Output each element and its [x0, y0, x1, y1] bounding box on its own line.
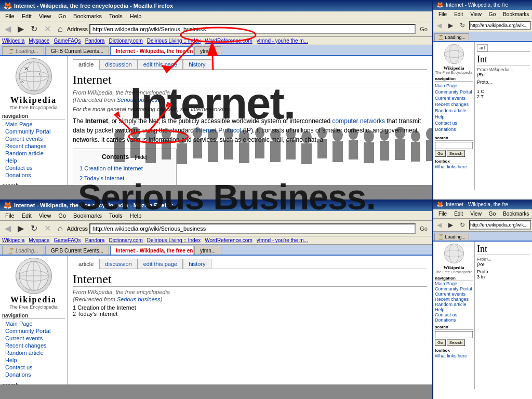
url-input[interactable] [89, 24, 416, 34]
tab2-article[interactable]: article [73, 259, 99, 269]
bookmark-myspace[interactable]: Myspace [29, 38, 49, 44]
rnav2-contact[interactable]: Contact us [435, 312, 473, 317]
menu-tools[interactable]: Tools [106, 12, 126, 20]
rmenu2-file[interactable]: File [435, 210, 450, 217]
menu2-file[interactable]: File [2, 212, 18, 219]
rnav-current[interactable]: Current events [435, 95, 473, 101]
tab-loading[interactable]: ⏳ Loading... [2, 46, 44, 55]
rtoolbox-links[interactable]: What links here [435, 164, 473, 169]
menu-bookmarks[interactable]: Bookmarks [70, 12, 105, 20]
rmenu2-go[interactable]: Go [486, 210, 499, 217]
rmenu2-edit[interactable]: Edit [451, 210, 466, 217]
stop-button[interactable]: ✕ [42, 22, 54, 35]
tab-ytmnd[interactable]: ytmn... [194, 46, 221, 55]
nav2-current[interactable]: Current events [2, 335, 65, 342]
url-input-2[interactable] [89, 223, 416, 234]
nav-random-article[interactable]: Random article [2, 150, 65, 157]
bookmark-wikipedia[interactable]: Wikipedia [2, 38, 24, 44]
tab2-loading[interactable]: ⏳ Loading... [2, 246, 44, 255]
nav2-contact[interactable]: Contact us [2, 364, 65, 371]
rgo-btn-2[interactable]: Go [435, 339, 446, 346]
forward-button[interactable]: ▶ [15, 22, 26, 35]
nav-community-portal[interactable]: Community Portal [2, 128, 65, 135]
refresh-button[interactable]: ↻ [28, 22, 40, 35]
bm2-myspace[interactable]: Myspace [29, 237, 49, 243]
tab2-edit[interactable]: edit this page [138, 259, 183, 269]
bookmark-ytmnd[interactable]: ytmnd - you're the m... [257, 38, 308, 44]
nav-donations[interactable]: Donations [2, 171, 65, 179]
rtoolbox-links-2[interactable]: What links here [435, 353, 473, 358]
rfwd-2[interactable]: ▶ [446, 220, 456, 230]
bm2-ytmnd[interactable]: ytmnd - you're the m... [257, 237, 308, 243]
rnav2-main[interactable]: Main Page [435, 281, 473, 286]
tab2-history[interactable]: history [183, 259, 211, 269]
tab-edit[interactable]: edit this page [138, 59, 183, 69]
menu2-help[interactable]: Help [127, 212, 145, 219]
rtab2-loading[interactable]: ⏳ Loading... [434, 233, 469, 241]
bookmark-gamefaqs[interactable]: GameFAQs [54, 38, 81, 44]
menu2-go[interactable]: Go [55, 212, 69, 219]
tab2-ytmnd[interactable]: ytmn... [194, 246, 221, 255]
rsearch-btn[interactable]: Search [447, 150, 465, 157]
rfwd[interactable]: ▶ [446, 20, 456, 31]
rnav-help[interactable]: Help [435, 114, 473, 120]
menu2-view[interactable]: View [36, 212, 55, 219]
bookmark-pandora[interactable]: Pandora [85, 38, 105, 44]
tab2-gfb[interactable]: GF:B Current Events... [45, 246, 109, 255]
rnav-contact[interactable]: Contact us [435, 120, 473, 126]
bookmark-wordref[interactable]: WordReference.com [205, 38, 252, 44]
bookmark-delirious[interactable]: Delirious Living :: Index [147, 38, 201, 44]
nav-main-page[interactable]: Main Page [2, 121, 65, 128]
rurl[interactable] [469, 21, 531, 30]
bookmark-dictionary[interactable]: Dictionary.com [109, 38, 142, 44]
nav-current-events[interactable]: Current events [2, 135, 65, 142]
nav-recent-changes[interactable]: Recent changes [2, 142, 65, 150]
tab-discussion[interactable]: discussion [99, 59, 137, 69]
menu2-edit[interactable]: Edit [19, 212, 35, 219]
rnav2-current[interactable]: Current events [435, 291, 473, 297]
toc-item-2[interactable]: 2 Today's Internet [79, 174, 170, 183]
rmenu-view[interactable]: View [467, 11, 485, 18]
rgo-btn[interactable]: Go [435, 150, 446, 157]
rnav2-recent[interactable]: Recent changes [435, 297, 473, 302]
redirect-link-2[interactable]: Serious business [117, 296, 161, 302]
rmenu-edit[interactable]: Edit [451, 11, 466, 18]
rnav-random[interactable]: Random article [435, 108, 473, 114]
rnav-community[interactable]: Community Portal [435, 89, 473, 95]
tab-gfb[interactable]: GF:B Current Events... [45, 46, 109, 55]
rnav2-random[interactable]: Random article [435, 302, 473, 307]
rtab-article[interactable]: art [477, 44, 488, 51]
rrefresh[interactable]: ↻ [457, 20, 468, 31]
nav2-random[interactable]: Random article [2, 349, 65, 356]
rmenu-bm[interactable]: Bookmarks [500, 11, 532, 18]
home-button-2[interactable]: ⌂ [55, 222, 65, 235]
back-button[interactable]: ◀ [2, 22, 14, 35]
bm2-wikipedia[interactable]: Wikipedia [2, 237, 24, 243]
menu2-tools[interactable]: Tools [106, 212, 126, 219]
nav2-help[interactable]: Help [2, 356, 65, 364]
forward-button-2[interactable]: ▶ [15, 222, 26, 235]
bm2-wordref[interactable]: WordReference.com [205, 237, 252, 243]
back-button-2[interactable]: ◀ [2, 222, 14, 235]
tab-internet-wiki[interactable]: Internet - Wikipedia, the free encycl... [110, 46, 193, 55]
bm2-pandora[interactable]: Pandora [85, 237, 105, 243]
nav2-community[interactable]: Community Portal [2, 327, 65, 335]
tab-history[interactable]: history [183, 59, 211, 69]
rnav-donations[interactable]: Donations [435, 126, 473, 132]
nav2-donations[interactable]: Donations [2, 371, 65, 378]
rback[interactable]: ◀ [434, 20, 444, 31]
home-button[interactable]: ⌂ [55, 23, 65, 35]
nav2-main-page[interactable]: Main Page [2, 320, 65, 327]
go-button-2[interactable]: Go [417, 224, 430, 233]
rtab-loading[interactable]: ⏳ Loading... [434, 33, 469, 41]
rmenu-file[interactable]: File [435, 11, 450, 18]
tab-article[interactable]: article [73, 59, 99, 70]
tab2-internet-wiki[interactable]: Internet - Wikipedia, the free encycl... [110, 246, 193, 255]
rnav2-donations[interactable]: Donations [435, 317, 473, 323]
redirect-link[interactable]: Serious business [117, 97, 161, 103]
rnav2-help[interactable]: Help [435, 307, 473, 312]
nav-contact-us[interactable]: Contact us [2, 164, 65, 171]
menu-file[interactable]: File [2, 12, 18, 20]
go-button[interactable]: Go [417, 24, 430, 34]
tab2-discussion[interactable]: discussion [99, 259, 137, 269]
